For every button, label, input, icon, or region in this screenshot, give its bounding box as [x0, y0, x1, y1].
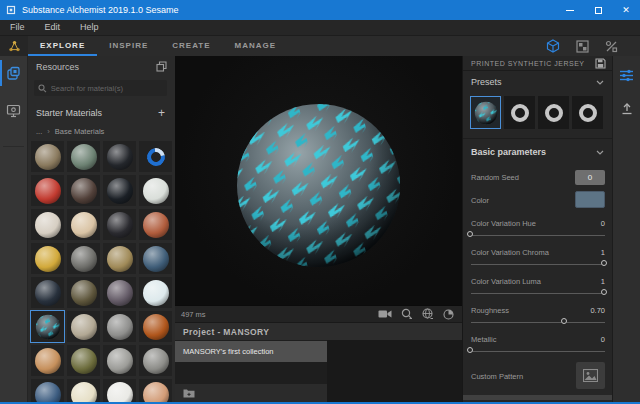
preset-tile-1[interactable] — [470, 96, 501, 129]
material-paper-cream[interactable] — [67, 379, 100, 402]
split-view-icon[interactable] — [605, 40, 618, 53]
material-plaster[interactable] — [31, 209, 64, 240]
material-preview-sphere[interactable] — [236, 103, 401, 268]
breadcrumb-current[interactable]: Base Materials — [55, 127, 105, 136]
preset-tile-2[interactable] — [504, 96, 535, 129]
material-sphere-thumb — [35, 348, 61, 374]
param-slider[interactable] — [471, 347, 605, 356]
material-terracotta[interactable] — [139, 209, 172, 240]
param-slider[interactable] — [471, 231, 605, 240]
material-sphere-thumb — [71, 212, 97, 238]
material-steel-blue[interactable] — [139, 243, 172, 274]
camera-icon[interactable] — [378, 309, 392, 319]
param-slider[interactable] — [471, 318, 605, 327]
menu-file[interactable]: File — [0, 20, 35, 35]
breadcrumb-ellipsis[interactable]: ... — [28, 127, 42, 136]
material-burlap[interactable] — [31, 141, 64, 172]
preset-tile-3[interactable] — [538, 96, 569, 129]
slider-knob[interactable] — [601, 289, 607, 295]
material-loading[interactable] — [139, 141, 172, 172]
display-settings-icon[interactable] — [0, 98, 27, 124]
save-icon[interactable] — [595, 58, 612, 69]
param-value: 1 — [601, 277, 605, 286]
material-peach[interactable] — [139, 379, 172, 402]
material-charcoal[interactable] — [103, 209, 136, 240]
material-clay-orange[interactable] — [31, 345, 64, 376]
param-row: Color Variation Chroma1 — [471, 248, 605, 257]
menu-edit[interactable]: Edit — [35, 20, 71, 35]
chevron-down-icon[interactable] — [596, 150, 612, 155]
material-glossy-red[interactable] — [31, 175, 64, 206]
material-sage-green[interactable] — [67, 141, 100, 172]
material-sandstone[interactable] — [67, 209, 100, 240]
material-matte-white[interactable] — [139, 175, 172, 206]
parameters-icon[interactable] — [613, 62, 640, 88]
scrollbar[interactable] — [463, 395, 612, 400]
material-concrete[interactable] — [103, 345, 136, 376]
search-icon — [38, 84, 47, 93]
close-button[interactable]: ✕ — [612, 0, 640, 20]
preset-tile-4[interactable] — [572, 96, 603, 129]
chevron-down-icon[interactable] — [596, 80, 612, 85]
custom-pattern-label: Custom Pattern — [471, 372, 523, 381]
material-denim-blue[interactable] — [31, 379, 64, 402]
tab-explore[interactable]: EXPLORE — [28, 36, 97, 56]
material-ice-white[interactable] — [139, 277, 172, 308]
slider-knob[interactable] — [601, 260, 607, 266]
add-collection-button[interactable] — [175, 384, 327, 402]
add-material-button[interactable]: + — [158, 108, 175, 118]
material-printed-synthetic-jersey[interactable] — [31, 311, 64, 342]
tab-manage[interactable]: MANAGE — [223, 36, 289, 56]
material-mosaic[interactable] — [103, 243, 136, 274]
right-toolbar — [612, 56, 640, 402]
material-leather-brown[interactable] — [67, 175, 100, 206]
material-navy-metal[interactable] — [31, 277, 64, 308]
slider-knob[interactable] — [467, 347, 473, 353]
3d-view-icon[interactable] — [546, 39, 560, 53]
menu-bar: File Edit Help — [0, 20, 640, 36]
material-rust-orange[interactable] — [139, 311, 172, 342]
param-label: Color Variation Hue — [471, 219, 536, 228]
viewport: 497 ms Project - MANSORY MANSORY's first… — [175, 56, 462, 402]
material-gold[interactable] — [31, 243, 64, 274]
param-slider[interactable] — [471, 260, 605, 269]
material-stone-beige[interactable] — [67, 311, 100, 342]
material-asphalt-gray[interactable] — [67, 243, 100, 274]
material-marble-white[interactable] — [103, 379, 136, 402]
search-input[interactable] — [51, 84, 163, 93]
maximize-button[interactable] — [584, 0, 612, 20]
material-sphere-thumb — [107, 212, 133, 238]
param-slider[interactable] — [471, 289, 605, 298]
collections-icon[interactable] — [0, 60, 27, 86]
material-olive[interactable] — [67, 277, 100, 308]
slider-knob[interactable] — [561, 318, 567, 324]
material-plain-gray[interactable] — [103, 311, 136, 342]
material-corrugated-gray[interactable] — [139, 345, 172, 376]
collection-item[interactable]: MANSORY's first collection — [175, 341, 327, 362]
material-black-chrome[interactable] — [103, 175, 136, 206]
color-swatch[interactable] — [575, 191, 605, 208]
tab-create[interactable]: CREATE — [160, 36, 222, 56]
search-bar[interactable] — [34, 80, 167, 96]
material-sphere-thumb — [143, 280, 169, 306]
export-icon[interactable] — [613, 96, 640, 122]
material-moss-green[interactable] — [67, 345, 100, 376]
3d-view[interactable] — [175, 56, 462, 305]
material-mauve-stone[interactable] — [103, 277, 136, 308]
minimize-button[interactable] — [556, 0, 584, 20]
param-row: Metallic0 — [471, 335, 605, 344]
2d-view-icon[interactable] — [576, 40, 589, 53]
material-name-title: PRINTED SYNTHETIC JERSEY — [463, 60, 585, 67]
environment-icon[interactable] — [422, 308, 434, 320]
orbit-zoom-icon[interactable] — [401, 308, 413, 320]
tab-inspire[interactable]: INSPIRE — [97, 36, 160, 56]
random-seed-button[interactable]: 0 — [575, 170, 605, 185]
menu-help[interactable]: Help — [70, 20, 109, 35]
render-sphere-icon[interactable] — [443, 309, 454, 320]
alchemist-logo — [0, 36, 28, 56]
custom-pattern-button[interactable] — [576, 362, 605, 389]
viewport-status-bar: 497 ms — [175, 305, 462, 322]
material-glossy-black[interactable] — [103, 141, 136, 172]
duplicate-panel-icon[interactable] — [156, 58, 175, 76]
slider-knob[interactable] — [467, 231, 473, 237]
